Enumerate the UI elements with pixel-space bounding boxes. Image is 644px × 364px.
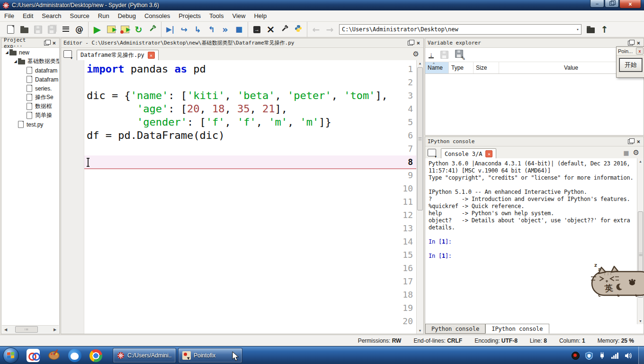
run-icon[interactable]: ▶ [90,23,104,36]
antivirus-shield-icon[interactable] [585,352,593,360]
tree-expander-icon[interactable]: ◢ [4,50,9,55]
menu-help[interactable]: Help [250,11,271,21]
scrollbar-thumb[interactable] [417,67,423,210]
editor-scrollbar[interactable]: ▲ ▼ [416,60,423,334]
paint-app-icon[interactable] [44,346,64,364]
run-current-icon[interactable]: → [250,23,264,36]
debug-stop-icon[interactable]: ■ [232,23,246,36]
tree-item-简单操[interactable]: 简单操 [1,111,59,120]
undock-pane-icon[interactable] [44,41,49,46]
find-symbols-icon[interactable]: @ [72,23,86,36]
browse-tabs-icon[interactable] [63,50,72,58]
close-pane-icon[interactable]: × [416,40,421,46]
tree-item-Datafram[interactable]: Datafram [1,75,59,84]
tab-ipython-console[interactable]: IPython console [485,324,549,334]
console-output[interactable]: Python 3.6.0 |Anaconda 4.3.1 (64-bit)| (… [425,158,637,324]
debug-step-icon[interactable]: ↪ [177,23,191,36]
tab-python-console[interactable]: Python console [425,324,485,334]
window-titlebar[interactable]: C:/Users/Administrator/Desktop/new - Spy… [0,0,644,10]
menu-file[interactable]: File [0,11,18,21]
menu-source[interactable]: Source [66,11,94,21]
chevron-down-icon[interactable]: ▾ [574,27,581,32]
open-file-icon[interactable] [18,23,31,36]
pinned-app-icon[interactable] [23,346,44,364]
back-icon[interactable]: ← [309,23,323,36]
browser-app-icon[interactable] [64,346,85,364]
taskbar-window-spyder[interactable]: C:/Users/Admini... [113,348,176,363]
pointofix-close-icon[interactable]: x [636,47,644,55]
column-header-type[interactable]: Type [449,62,474,73]
tree-item-new[interactable]: ◢new [1,48,59,57]
console-tab[interactable]: Console 3/A ✕ [441,148,496,159]
close-pane-icon[interactable]: × [636,40,641,46]
power-plug-icon[interactable] [599,352,606,359]
console-options-gear-icon[interactable]: ⚙ [633,148,639,157]
restore-button[interactable] [605,0,619,8]
browse-tabs-icon[interactable] [428,149,436,156]
tree-item-series.[interactable]: series. [1,84,59,93]
volume-icon[interactable] [625,352,633,359]
scroll-up-icon[interactable]: ▲ [417,60,423,66]
parent-directory-icon[interactable]: ↑ [598,23,611,36]
menu-run[interactable]: Run [94,11,114,21]
tree-item-test.py[interactable]: test.py [1,120,59,129]
column-header-name[interactable]: Name [425,62,449,73]
column-header-size[interactable]: Size [474,62,499,73]
chrome-icon[interactable] [85,346,106,364]
maximize-pane-icon[interactable]: × [264,23,277,36]
close-button[interactable]: × [619,0,641,9]
menu-debug[interactable]: Debug [114,11,140,21]
editor-tab[interactable]: Dataframe常见操作.py ✕ [77,50,159,60]
save-data-as-icon[interactable]: ✎ [455,50,463,60]
menu-edit[interactable]: Edit [18,11,37,21]
tree-expander-icon[interactable]: ◢ [13,59,18,64]
horizontal-scrollbar[interactable]: ◀ ▶ [2,325,59,333]
preferences-icon[interactable] [277,23,291,36]
editor-options-gear-icon[interactable]: ⚙ [413,50,419,58]
new-file-icon[interactable] [4,23,18,36]
console-scrollbar[interactable]: ▲ ▼ [637,158,644,324]
close-tab-icon[interactable]: ✕ [485,150,492,157]
working-directory-input[interactable]: C:\Users\Administrator\Desktop\new ▾ [339,24,581,35]
debug-icon[interactable]: ▶| [163,23,177,36]
menu-consoles[interactable]: Consoles [140,11,174,21]
show-desktop-button[interactable] [638,346,644,364]
tree-item-操作Se[interactable]: 操作Se [1,93,59,102]
pointofix-titlebar[interactable]: Poin... x [617,47,644,55]
close-pane-icon[interactable]: × [636,139,641,145]
menu-tools[interactable]: Tools [205,11,228,21]
rerun-icon[interactable]: ↻ [132,23,145,36]
undock-pane-icon[interactable] [628,139,633,144]
close-pane-icon[interactable]: × [52,40,57,46]
minimize-button[interactable]: – [590,0,604,8]
scroll-down-icon[interactable]: ▼ [637,318,644,324]
import-data-icon[interactable]: ↓ [429,52,434,58]
run-config-icon[interactable] [145,23,159,36]
save-all-icon[interactable] [45,23,59,36]
start-button[interactable] [3,347,19,364]
scroll-left-icon[interactable]: ◀ [2,326,9,333]
python-logo-icon[interactable] [291,23,305,36]
tree-item-数据框[interactable]: 数据框 [1,102,59,111]
file-switcher-icon[interactable] [59,23,72,36]
run-cell-advance-icon[interactable]: ▶ [118,23,132,36]
pointofix-start-button[interactable]: 开始 [619,58,642,72]
menu-search[interactable]: Search [37,11,65,21]
debug-step-return-icon[interactable]: ↰ [205,23,218,36]
browse-directory-icon[interactable] [584,23,598,36]
close-tab-icon[interactable]: ✕ [148,52,155,59]
scroll-right-icon[interactable]: ▶ [51,326,59,333]
debug-continue-icon[interactable]: » [218,23,232,36]
code-editor[interactable]: 1import pandas as pd23dic = {'name': ['k… [61,60,417,334]
undock-pane-icon[interactable] [628,41,633,46]
save-icon[interactable] [31,23,45,36]
menu-projects[interactable]: Projects [174,11,205,21]
scroll-down-icon[interactable]: ▼ [417,328,423,334]
scrollbar-thumb[interactable] [15,326,38,333]
recorder-tray-icon[interactable] [572,352,580,360]
pointofix-window[interactable]: Poin... x 开始 [616,46,644,78]
network-signal-icon[interactable] [611,352,619,359]
forward-icon[interactable]: → [323,23,337,36]
run-cell-icon[interactable]: ▶ [104,23,118,36]
menu-view[interactable]: View [228,11,250,21]
